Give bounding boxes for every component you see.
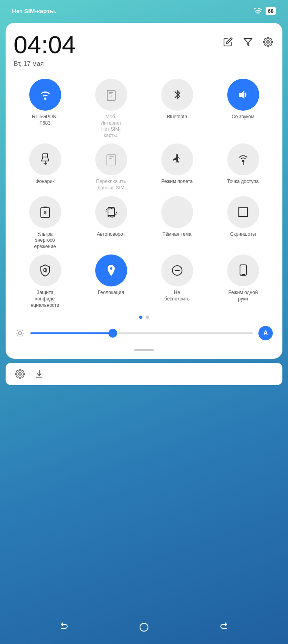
wifi-label: RT-5GPON-F683: [29, 114, 61, 126]
home-button[interactable]: [135, 618, 153, 636]
filter-icon[interactable]: [242, 36, 254, 48]
sim-switch-button[interactable]: [95, 143, 127, 175]
sound-label: Со звуком: [232, 114, 254, 120]
page-dot-1[interactable]: [139, 316, 142, 319]
mobile-data-button[interactable]: !: [95, 79, 127, 111]
quick-item-privacy[interactable]: Защита конфиденциальности: [14, 254, 76, 308]
date-display: Вт, 17 мая: [14, 60, 76, 68]
header-icons: [222, 32, 274, 48]
privacy-button[interactable]: [29, 254, 61, 286]
battery-saver-label: Ультра энергосбережение: [29, 231, 61, 250]
bottom-bar: [6, 363, 282, 385]
brightness-row: A: [14, 326, 274, 340]
quick-item-mobile-data[interactable]: ! Моб. ИнтернетНет SIM-карты.: [80, 79, 142, 139]
quick-item-battery-saver[interactable]: $ Ультра энергосбережение: [14, 196, 76, 250]
flashlight-button[interactable]: [29, 143, 61, 175]
svg-rect-15: [239, 208, 248, 217]
svg-line-30: [22, 330, 23, 331]
wifi-icon: [254, 8, 262, 14]
svg-point-9: [242, 160, 244, 162]
svg-text:$: $: [44, 210, 46, 215]
battery-saver-button[interactable]: $: [29, 196, 61, 228]
dark-mode-label: Тёмная тема: [162, 231, 191, 238]
svg-text:!: !: [110, 95, 111, 98]
svg-point-2: [44, 97, 46, 100]
notification-panel: 04:04 Вт, 17 мая: [6, 23, 282, 359]
location-button[interactable]: [95, 254, 127, 286]
sound-button[interactable]: [227, 79, 259, 111]
autorotate-label: Автоповорот: [97, 231, 125, 238]
brightness-thumb[interactable]: [108, 329, 117, 338]
svg-line-26: [22, 336, 23, 336]
sim-switch-label: Переключитьданные SIM: [96, 179, 126, 191]
page-dots: [14, 316, 274, 319]
svg-line-29: [17, 336, 18, 336]
settings-button[interactable]: [15, 369, 25, 379]
auto-brightness-label: A: [263, 330, 268, 337]
auto-brightness-button[interactable]: A: [258, 326, 273, 340]
brightness-slider[interactable]: [30, 332, 253, 334]
brightness-icon: [15, 328, 25, 338]
location-label: Геолокация: [98, 290, 124, 296]
svg-point-31: [19, 373, 21, 375]
dnd-button[interactable]: [161, 254, 193, 286]
time-display: 04:04: [14, 32, 76, 57]
one-hand-button[interactable]: [227, 254, 259, 286]
dark-mode-button[interactable]: [161, 196, 193, 228]
wifi-button[interactable]: [29, 79, 61, 111]
dnd-label: Не беспокоить: [161, 290, 193, 302]
one-hand-label: Режим однойруки: [228, 290, 258, 302]
quick-item-location[interactable]: Геолокация: [80, 254, 142, 308]
screenshot-button[interactable]: [227, 196, 259, 228]
recent-button[interactable]: [215, 618, 233, 636]
svg-point-34: [140, 623, 148, 631]
quick-item-bluetooth[interactable]: Bluetooth: [146, 79, 208, 139]
panel-handle: [14, 348, 274, 351]
battery-label: 68: [266, 7, 276, 15]
svg-line-25: [17, 330, 18, 331]
hotspot-label: Точка доступа: [227, 179, 259, 185]
svg-point-22: [18, 332, 22, 335]
quick-item-sim-switch[interactable]: Переключитьданные SIM: [80, 143, 142, 191]
quick-item-autorotate[interactable]: Автоповорот: [80, 196, 142, 250]
nav-bar: [0, 618, 288, 636]
bluetooth-label: Bluetooth: [167, 114, 187, 120]
brightness-fill: [30, 332, 113, 334]
status-bar: Нет SIM-карты. 68: [0, 0, 288, 19]
mobile-data-label: Моб. ИнтернетНет SIM-карты.: [95, 114, 127, 139]
sim-label: Нет SIM-карты.: [12, 8, 56, 14]
quick-item-airplane[interactable]: Режим полета: [146, 143, 208, 191]
quick-item-sound[interactable]: Со звуком: [212, 79, 274, 139]
download-button[interactable]: [34, 369, 44, 379]
svg-point-1: [267, 41, 269, 43]
autorotate-button[interactable]: [95, 196, 127, 228]
quick-item-hotspot[interactable]: Точка доступа: [212, 143, 274, 191]
bluetooth-button[interactable]: [161, 79, 193, 111]
quick-item-flashlight[interactable]: Фонарик: [14, 143, 76, 191]
flashlight-label: Фонарик: [36, 179, 55, 185]
page-dot-2[interactable]: [146, 316, 149, 319]
svg-rect-12: [44, 207, 47, 208]
privacy-label: Защита конфиденциальности: [29, 290, 61, 308]
status-icons: 68: [254, 7, 276, 15]
edit-icon[interactable]: [222, 36, 234, 48]
handle-bar: [134, 349, 154, 351]
quick-item-one-hand[interactable]: Режим однойруки: [212, 254, 274, 308]
quick-item-wifi[interactable]: RT-5GPON-F683: [14, 79, 76, 139]
svg-rect-20: [240, 265, 246, 275]
airplane-label: Режим полета: [161, 179, 193, 185]
svg-marker-0: [244, 38, 252, 46]
time-section: 04:04 Вт, 17 мая: [14, 32, 274, 68]
airplane-button[interactable]: [161, 143, 193, 175]
quick-item-screenshot[interactable]: Скриншоты: [212, 196, 274, 250]
hotspot-button[interactable]: [227, 143, 259, 175]
screenshot-label: Скриншоты: [230, 231, 256, 238]
back-button[interactable]: [55, 618, 73, 636]
quick-settings-grid: RT-5GPON-F683 ! Моб. ИнтернетНет SIM-кар…: [14, 79, 274, 308]
settings-icon[interactable]: [262, 36, 274, 48]
quick-item-dnd[interactable]: Не беспокоить: [146, 254, 208, 308]
quick-item-dark-mode[interactable]: Тёмная тема: [146, 196, 208, 250]
svg-rect-5: [43, 154, 48, 157]
